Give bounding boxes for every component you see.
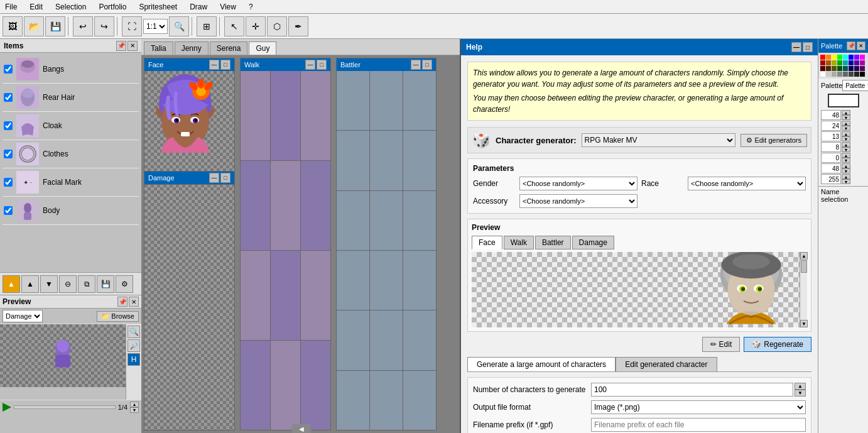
preview-tab-damage[interactable]: Damage [572,236,614,249]
items-panel-close[interactable]: ✕ [127,41,138,51]
body-checkbox[interactable] [4,206,13,215]
zoom-out-btn[interactable]: 🔎 [127,339,140,352]
clothes-checkbox[interactable] [4,150,13,158]
toolbar-undo[interactable]: ↩ [73,16,93,36]
damage-window-min[interactable]: — [209,173,219,183]
color-swatch[interactable] [843,60,848,65]
battler-window-min[interactable]: — [411,60,421,70]
color-swatch[interactable] [820,60,825,65]
spinner-val-4[interactable] [821,142,841,152]
toolbar-open[interactable]: 📂 [24,16,44,36]
tab-guy[interactable]: Guy [249,41,276,55]
spinner-val-3[interactable] [821,131,841,141]
color-swatch-violet[interactable] [854,55,859,60]
remove-btn[interactable]: ⊖ [59,275,77,293]
spinner-down-4[interactable]: ▼ [842,147,850,152]
spinner-up-3[interactable]: ▲ [842,131,850,136]
battler-window-max[interactable]: □ [422,60,432,70]
preview-tab-face[interactable]: Face [472,236,502,249]
counter-up[interactable]: ▲ [130,402,139,407]
output-format-select[interactable]: Image (*.png) GPF (*.gpf) [591,400,806,414]
preview-tab-battler[interactable]: Battler [535,236,571,249]
color-swatch[interactable] [832,66,837,71]
gen-tab-large[interactable]: Generate a large amount of characters [467,357,616,371]
spinner-up-5[interactable]: ▲ [842,153,850,158]
menu-file[interactable]: File [3,1,19,13]
scroll-left-btn[interactable]: ◀ [292,424,311,433]
play-btn[interactable] [3,403,11,412]
spinner-up-7[interactable]: ▲ [842,174,850,179]
current-color-swatch[interactable] [828,94,859,107]
color-swatch[interactable] [854,66,859,71]
bangs-checkbox[interactable] [4,65,13,74]
walk-window-max[interactable]: □ [317,60,327,70]
menu-help[interactable]: ? [246,1,256,13]
color-swatch-magenta[interactable] [860,55,865,60]
palette-type-select[interactable]: Palette [842,80,868,91]
color-swatch-yellow[interactable] [832,55,837,60]
color-swatch[interactable] [849,66,854,71]
toolbar-zoom-to-fit[interactable]: ⛶ [122,16,142,36]
spinner-down-2[interactable]: ▼ [842,126,850,131]
cloak-checkbox[interactable] [4,121,13,130]
settings-btn[interactable]: ⚙ [116,275,133,293]
preview-type-select[interactable]: Damage Face Walk Battler [3,310,43,322]
rpg-maker-select[interactable]: RPG Maker MV [582,133,736,147]
dialog-max[interactable]: □ [803,42,813,52]
facial-mark-checkbox[interactable] [4,178,13,187]
color-swatch-orange[interactable] [826,55,831,60]
color-swatch[interactable] [837,60,842,65]
spinner-val-6[interactable] [821,163,841,173]
scroll-up-btn[interactable]: ▲ [800,252,808,260]
color-swatch-cyan[interactable] [843,55,848,60]
items-panel-pin[interactable]: 📌 [116,41,126,51]
preview-browse-btn[interactable]: 📁 Browse [97,311,139,322]
spinner-up-6[interactable]: ▲ [842,163,850,168]
face-window-min[interactable]: — [209,60,219,70]
toolbar-select-arrow[interactable]: ↖ [224,16,244,36]
menu-portfolio[interactable]: Portfolio [96,1,129,13]
menu-spritesheet[interactable]: Spritesheet [136,1,180,13]
num-chars-down[interactable]: ▼ [795,390,806,397]
preview-tab-walk[interactable]: Walk [504,236,534,249]
spinner-down-5[interactable]: ▼ [842,158,850,163]
spinner-up-4[interactable]: ▲ [842,142,850,147]
menu-view[interactable]: View [217,1,239,13]
spinner-val-2[interactable] [821,121,841,131]
color-swatch[interactable] [837,66,842,71]
edit-generators-btn[interactable]: ⚙ Edit generators [741,134,807,147]
damage-window-max[interactable]: □ [220,173,231,183]
race-select[interactable]: <Choose randomly> Human Elf [688,177,806,190]
num-chars-up[interactable]: ▲ [795,383,806,390]
spinner-down-7[interactable]: ▼ [842,179,850,184]
zoom-in-btn[interactable]: 🔍 [127,326,140,338]
spinner-down-1[interactable]: ▼ [842,115,850,120]
toolbar-grid[interactable]: ⊞ [197,16,217,36]
regenerate-btn[interactable]: 🎲 Regenerate [744,337,811,352]
walk-window-min[interactable]: — [305,60,315,70]
toolbar-zoom-in[interactable]: 🔍 [169,16,189,36]
color-swatch[interactable] [849,60,854,65]
face-window-max[interactable]: □ [220,60,231,70]
tab-jenny[interactable]: Jenny [175,41,209,55]
spinner-val-7[interactable] [821,174,841,184]
menu-selection[interactable]: Selection [53,1,89,13]
toolbar-new[interactable]: 🖼 [3,16,23,36]
num-chars-input[interactable] [591,383,793,397]
menu-draw[interactable]: Draw [187,1,210,13]
tab-serena[interactable]: Serena [210,41,248,55]
color-swatch-white[interactable] [820,72,825,77]
toolbar-eyedropper[interactable]: ✒ [288,16,308,36]
color-swatch-blue[interactable] [849,55,854,60]
color-swatch[interactable] [860,60,865,65]
toolbar-save[interactable]: 💾 [45,16,65,36]
color-swatch[interactable] [860,66,865,71]
color-swatch[interactable] [820,66,825,71]
spinner-down-3[interactable]: ▼ [842,136,850,141]
palette-close[interactable]: ✕ [857,41,865,50]
gen-tab-edit[interactable]: Edit generated character [616,357,717,371]
accessory-select[interactable]: <Choose randomly> None Hat [519,194,637,208]
gender-select[interactable]: <Choose randomly> Male Female [519,177,637,190]
scroll-thumb[interactable] [801,260,807,273]
color-up-btn[interactable]: ▲ [3,275,20,293]
